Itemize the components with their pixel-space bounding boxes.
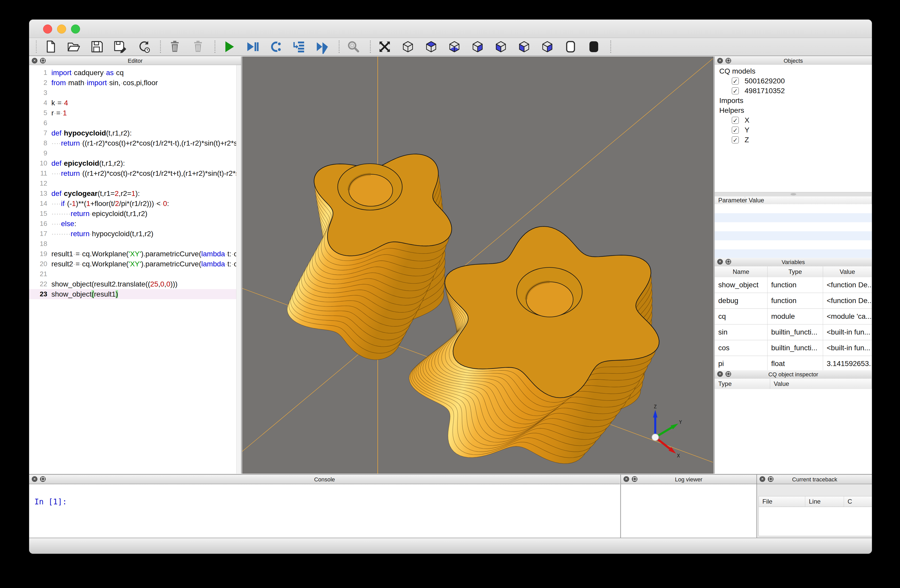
tree-item-5001629200[interactable]: ✓5001629200 <box>715 76 872 86</box>
variable-row-show_object[interactable]: show_objectfunction<function De... <box>715 277 872 293</box>
save-as-script-button[interactable] <box>112 39 129 54</box>
tree-item-helpers[interactable]: Helpers <box>715 105 872 115</box>
code-line-12[interactable]: 12 <box>29 178 236 188</box>
column-value[interactable]: Value <box>823 266 872 277</box>
reload-script-button[interactable] <box>135 39 152 54</box>
parameter-row-empty <box>715 222 872 231</box>
view-bottom-button[interactable] <box>446 39 462 54</box>
zoom-to-fit-button[interactable] <box>345 39 362 54</box>
tree-item-4981710352[interactable]: ✓4981710352 <box>715 86 872 96</box>
zoom-window-button[interactable] <box>71 25 80 34</box>
view-right-button[interactable] <box>539 39 556 54</box>
traceback-panel-header: ✕ Current traceback <box>757 475 872 484</box>
code-line-13[interactable]: 13def·cyclogear(t,r1=2,r2=1): <box>29 188 236 199</box>
toolbar-separator <box>339 40 340 53</box>
minimize-window-button[interactable] <box>57 25 66 34</box>
view-left-button[interactable] <box>516 39 532 54</box>
view-front-button[interactable] <box>469 39 486 54</box>
code-line-11[interactable]: 11····return·((r1+r2)*cos(t)-r2*cos(r1/r… <box>29 168 236 178</box>
column-type[interactable]: Type <box>715 379 770 389</box>
column-value[interactable]: Value <box>770 379 872 389</box>
variable-row-debug[interactable]: debugfunction<function De... <box>715 293 872 309</box>
checkbox[interactable]: ✓ <box>732 117 739 124</box>
tree-item-z[interactable]: ✓Z <box>715 135 872 145</box>
main-area: ✕ Editor 1import·cadquery·as·cq2from·mat… <box>29 56 872 474</box>
3d-viewport[interactable]: ZYX <box>242 56 714 474</box>
code-line-15[interactable]: 15········return·epicycloid(t,r1,r2) <box>29 209 236 219</box>
variable-row-cq[interactable]: cqmodule<module 'ca... <box>715 309 872 324</box>
code-text: ····return·((r1+r2)*cos(t)-r2*cos(r1/r2*… <box>51 168 236 178</box>
column-line[interactable]: Line <box>805 496 844 507</box>
code-line-19[interactable]: 19result1·=·cq.Workplane('XY').parametri… <box>29 249 236 259</box>
column-name[interactable]: Name <box>715 266 768 277</box>
column-file[interactable]: File <box>759 496 805 507</box>
fit-all-button[interactable] <box>376 39 393 54</box>
save-script-button[interactable] <box>89 39 106 54</box>
step-over-button[interactable] <box>267 39 284 54</box>
code-line-20[interactable]: 20result2·=·cq.Workplane('XY').parametri… <box>29 259 236 269</box>
view-top-button[interactable] <box>423 39 439 54</box>
tree-item-y[interactable]: ✓Y <box>715 125 872 135</box>
code-editor[interactable]: 1import·cadquery·as·cq2from·math·import·… <box>29 65 236 474</box>
tree-item-label: Y <box>745 126 749 134</box>
code-line-10[interactable]: 10def·epicycloid(t,r1,r2): <box>29 158 236 168</box>
editor-scrollbar[interactable] <box>236 65 241 474</box>
column-type[interactable]: Type <box>768 266 823 277</box>
column-code[interactable]: C <box>844 496 872 507</box>
code-line-22[interactable]: 22show_object(result2.translate((25,0,0)… <box>29 279 236 289</box>
variables-panel-title: Variables <box>715 259 872 265</box>
column-parameter[interactable]: Parameter <box>715 196 745 204</box>
open-script-button[interactable] <box>65 39 82 54</box>
code-line-16[interactable]: 16····else: <box>29 219 236 229</box>
run-script-button[interactable] <box>221 39 237 54</box>
code-line-21[interactable]: 21 <box>29 269 236 279</box>
variable-row-sin[interactable]: sinbuiltin_functi...<built-in fun... <box>715 324 872 340</box>
code-text: show_object(result1) <box>51 289 236 299</box>
rounded-square-filled-button[interactable] <box>585 39 602 54</box>
code-line-6[interactable]: 6 <box>29 118 236 128</box>
rounded-square-outline-button[interactable] <box>562 39 579 54</box>
code-line-1[interactable]: 1import·cadquery·as·cq <box>29 68 236 78</box>
splitter-handle[interactable] <box>715 192 872 197</box>
checkbox[interactable]: ✓ <box>732 136 739 144</box>
checkbox[interactable]: ✓ <box>732 126 739 134</box>
console-area[interactable]: In [1]: <box>29 484 620 538</box>
code-line-14[interactable]: 14····if·(-1)**(1+floor(t/2/pi*(r1/r2)))… <box>29 199 236 209</box>
continue-debug-button[interactable] <box>314 39 331 54</box>
checkbox[interactable]: ✓ <box>732 87 739 95</box>
debug-run-button[interactable] <box>244 39 261 54</box>
code-line-7[interactable]: 7def·hypocycloid(t,r1,r2): <box>29 128 236 138</box>
toolbar-handle[interactable] <box>36 40 37 53</box>
delete-all-objects-button[interactable] <box>190 39 206 54</box>
tree-item-label: Z <box>745 136 749 144</box>
code-line-18[interactable]: 18 <box>29 239 236 249</box>
code-line-23[interactable]: 23show_object(result1) <box>29 289 236 299</box>
variable-row-pi[interactable]: pifloat3.141592653... <box>715 356 872 370</box>
step-into-button[interactable] <box>291 39 307 54</box>
line-number: 20 <box>29 259 51 269</box>
code-text: ····if·(-1)**(1+floor(t/2/pi*(r1/r2)))·<… <box>51 199 236 209</box>
tree-item-x[interactable]: ✓X <box>715 115 872 125</box>
line-number: 22 <box>29 279 51 289</box>
parameter-row-empty <box>715 204 872 213</box>
column-value[interactable]: Value <box>745 196 872 204</box>
code-line-4[interactable]: 4k·=·4 <box>29 98 236 108</box>
checkbox[interactable]: ✓ <box>732 78 739 85</box>
view-back-button[interactable] <box>493 39 509 54</box>
view-iso-icon <box>401 39 415 54</box>
variable-row-cos[interactable]: cosbuiltin_functi...<built-in fun... <box>715 340 872 356</box>
code-line-17[interactable]: 17········return·hypocycloid(t,r1,r2) <box>29 229 236 239</box>
delete-object-button[interactable] <box>166 39 183 54</box>
log-viewer-panel: ✕ Log viewer <box>621 475 756 538</box>
code-line-9[interactable]: 9 <box>29 148 236 158</box>
tree-item-imports[interactable]: Imports <box>715 96 872 105</box>
log-viewer-area[interactable] <box>621 484 756 538</box>
code-line-8[interactable]: 8····return·((r1-r2)*cos(t)+r2*cos(r1/r2… <box>29 138 236 148</box>
code-line-3[interactable]: 3 <box>29 88 236 98</box>
tree-item-cq-models[interactable]: CQ models <box>715 66 872 76</box>
code-line-5[interactable]: 5r·=·1 <box>29 108 236 118</box>
new-script-button[interactable] <box>42 39 59 54</box>
view-iso-button[interactable] <box>400 39 416 54</box>
close-window-button[interactable] <box>43 25 52 34</box>
code-line-2[interactable]: 2from·math·import·sin,·cos,pi,floor <box>29 78 236 88</box>
